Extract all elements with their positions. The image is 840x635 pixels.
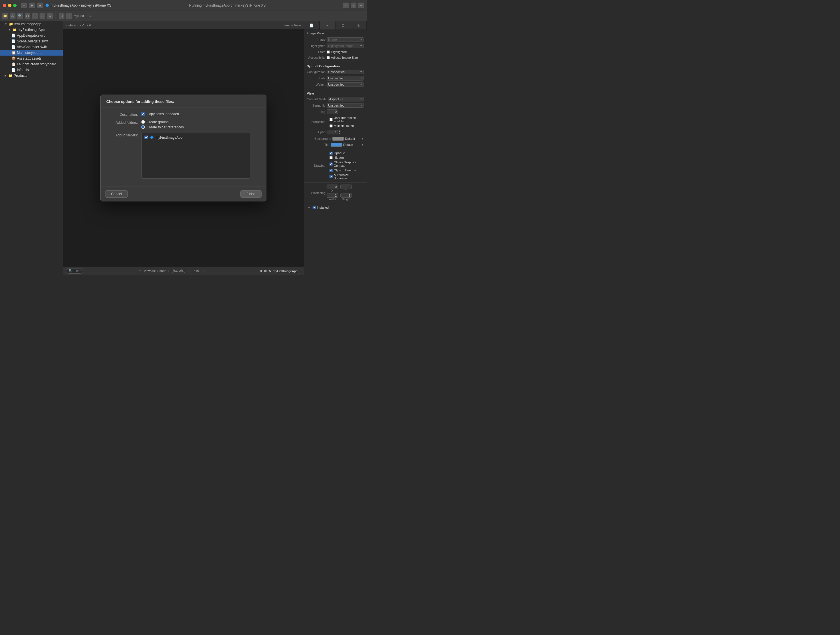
zoom-in-icon[interactable]: + <box>202 269 204 273</box>
sidebar-item-viewcontroller[interactable]: 📄 ViewController.swift <box>0 44 63 50</box>
y-label: Y <box>345 189 347 192</box>
target-checkbox[interactable] <box>144 136 148 139</box>
clips-bounds-label: Clips to Bounds <box>334 169 356 172</box>
user-interaction-checkbox[interactable] <box>330 118 333 121</box>
sidebar-item-launchscreen[interactable]: 📋 LaunchScreen.storyboard <box>0 61 63 67</box>
create-refs-radio[interactable] <box>141 125 145 129</box>
find-icon[interactable]: 🔍 <box>17 13 23 19</box>
stretch-h-input[interactable] <box>340 193 352 198</box>
dropdown-arrow: ▼ <box>361 137 364 140</box>
alpha-input[interactable] <box>327 130 338 134</box>
warning-icon[interactable]: ⚠ <box>343 3 349 8</box>
content-mode-row: Content Mode Aspect Fit ▼ <box>304 96 367 102</box>
add-object-icon[interactable]: ↓ <box>299 269 301 273</box>
dropdown-arrow: ▼ <box>360 38 362 41</box>
hidden-checkbox[interactable] <box>330 156 333 160</box>
breakpoint-icon[interactable]: ◇ <box>39 13 45 19</box>
installed-plus[interactable]: + <box>307 205 311 210</box>
clears-graphics-checkbox[interactable] <box>330 163 333 166</box>
sidebar-item-group[interactable]: ▼ 📁 myFirstImageApp <box>0 27 63 33</box>
semantic-dropdown[interactable]: Unspecified ▼ <box>327 103 364 108</box>
state-label: State <box>307 50 325 54</box>
run-button[interactable]: ▶ <box>29 3 35 8</box>
state-checkbox[interactable] <box>327 51 330 54</box>
stretching-label: Stretching <box>307 191 325 194</box>
titlebar: ☰ ▶ ■ 🔷 myFirstImageApp › mickey's iPhon… <box>0 0 367 11</box>
zoom-out-icon[interactable]: − <box>188 269 190 273</box>
sidebar-item-mainstoryboard[interactable]: 📋 Main.storyboard <box>0 50 63 55</box>
file-inspector-tab[interactable]: 📄 <box>304 21 320 30</box>
multiple-touch-checkbox[interactable] <box>330 124 333 128</box>
create-groups-radio[interactable] <box>141 120 145 124</box>
clips-bounds-checkbox[interactable] <box>330 169 333 172</box>
inspector-icon[interactable]: ≡ <box>358 3 364 8</box>
accessibility-value: Adjusts Image Size <box>331 56 358 59</box>
stretch-w-input[interactable] <box>327 193 338 198</box>
fullscreen-button[interactable] <box>13 4 17 7</box>
weight-dropdown[interactable]: Unspecified ▼ <box>327 82 364 87</box>
config-dropdown[interactable]: Unspecified ▼ <box>327 70 364 74</box>
autoresize-checkbox[interactable] <box>330 175 333 178</box>
sidebar-toggle-icon[interactable]: ☰ <box>21 3 27 8</box>
sidebar-item-label: ViewController.swift <box>17 45 47 49</box>
diff-icon[interactable]: ± <box>32 13 38 19</box>
related-items-icon[interactable]: ⊞ <box>59 13 65 19</box>
create-groups-row: Create groups <box>141 120 184 124</box>
minimize-button[interactable] <box>8 4 11 7</box>
sidebar-item-appdelegate[interactable]: 📄 AppDelegate.swift <box>0 33 63 38</box>
image-placeholder: Image <box>328 38 337 41</box>
installed-checkbox[interactable] <box>313 206 316 209</box>
refresh-icon[interactable]: ↺ <box>260 269 262 273</box>
bottom-filter[interactable]: 🔍 Filter <box>66 268 83 274</box>
content-mode-dropdown[interactable]: Aspect Fit ▼ <box>328 97 364 101</box>
traffic-lights <box>3 4 17 7</box>
sidebar-item-assets[interactable]: 📦 Assets.xcassets <box>0 55 63 61</box>
finish-button[interactable]: Finish <box>240 190 262 198</box>
alpha-up[interactable]: ▲ <box>339 130 341 132</box>
editor-canvas[interactable]: → Choose options for adding these files:… <box>63 29 304 267</box>
scale-dropdown[interactable]: Unspecified ▼ <box>327 76 364 81</box>
warning-filter-icon[interactable]: ⚠ <box>10 13 16 19</box>
stretching-inputs: X Y Width Height <box>327 185 352 201</box>
highlighted-dropdown[interactable]: Highlighted Image ▼ <box>327 44 364 48</box>
image-dropdown[interactable]: Image ▼ <box>327 37 364 42</box>
modal-destination-row: Destination: Copy items if needed <box>106 112 261 117</box>
cancel-button[interactable]: Cancel <box>105 190 128 198</box>
close-button[interactable] <box>3 4 6 7</box>
git-icon[interactable]: ⬡ <box>25 13 30 19</box>
opaque-checkbox[interactable] <box>330 152 333 155</box>
stretch-x-input[interactable] <box>327 185 338 189</box>
attributes-inspector-tab[interactable]: ≡ <box>320 21 335 30</box>
sidebar-item-label: AppDelegate.swift <box>17 33 45 38</box>
sidebar-item-label: Info.plist <box>17 68 30 72</box>
folder-icon[interactable]: 📁 <box>2 13 8 19</box>
device-rotate-icon[interactable]: ⟲ <box>268 269 271 273</box>
sidebar-item-products[interactable]: ▶ 📁 Products <box>0 73 63 79</box>
background-swatch[interactable] <box>332 137 344 141</box>
size-inspector-tab[interactable]: ⊡ <box>335 21 351 30</box>
sidebar-item-infoplist[interactable]: 📄 Info.plist <box>0 67 63 73</box>
copy-items-checkbox[interactable] <box>141 112 145 116</box>
tint-row: Tint Default ▼ <box>304 142 367 148</box>
stretch-y-input[interactable] <box>340 185 352 189</box>
clips-bounds-row: Clips to Bounds <box>327 168 364 172</box>
expand-icon: ▼ <box>5 23 7 25</box>
tint-swatch[interactable] <box>331 143 342 147</box>
layout-icon[interactable]: ⊞ <box>264 269 267 273</box>
image-row: Image Image ▼ <box>304 36 367 43</box>
alpha-down[interactable]: ▼ <box>339 132 341 135</box>
env-icon[interactable]: ≈ <box>47 13 53 19</box>
back-icon[interactable]: ‹ <box>66 13 72 19</box>
tag-input[interactable] <box>327 109 338 114</box>
accessibility-checkbox[interactable] <box>327 56 330 59</box>
background-plus[interactable]: + <box>307 136 311 141</box>
installed-label: Installed <box>317 206 328 209</box>
modal-body: Destination: Copy items if needed Added … <box>101 107 266 186</box>
sidebar-item-scenedelegate[interactable]: 📄 SceneDelegate.swift <box>0 38 63 44</box>
connections-inspector-tab[interactable]: ⊙ <box>351 21 367 30</box>
source-control-icon[interactable]: ↑ <box>351 3 357 8</box>
stop-button[interactable]: ■ <box>37 3 43 8</box>
modal-title: Choose options for adding these files: <box>101 95 266 107</box>
installed-row: + Installed <box>304 204 367 211</box>
sidebar-item-root[interactable]: ▼ 📁 myFirstImageApp <box>0 21 63 27</box>
